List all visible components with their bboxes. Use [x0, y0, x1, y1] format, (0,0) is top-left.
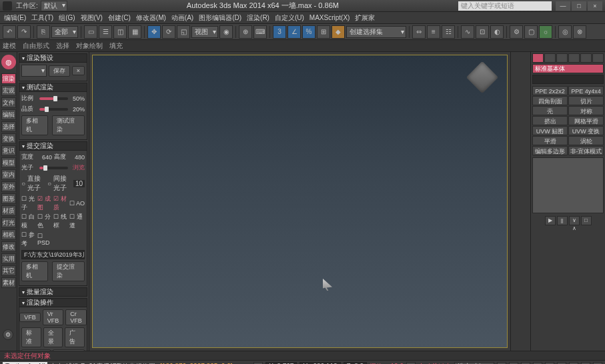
rail-button[interactable]: 素材 — [1, 277, 16, 288]
goto-start-button[interactable] — [497, 362, 506, 365]
preset-clear-button[interactable]: × — [72, 66, 85, 75]
quality-slider[interactable] — [39, 108, 68, 111]
pivot-button[interactable]: ◉ — [219, 25, 233, 39]
submit-render-header[interactable]: 提交渲染 — [19, 141, 87, 151]
rail-button[interactable]: 图形 — [1, 193, 16, 204]
close-button[interactable]: × — [588, 1, 602, 11]
menu-item[interactable]: 编辑(E) — [4, 13, 26, 23]
preview-control-button[interactable]: ▶ — [545, 216, 556, 225]
autodepth-button[interactable]: 自动Z深度 — [53, 349, 85, 351]
vfb-button[interactable]: VFB — [19, 313, 41, 322]
select-button[interactable]: ▭ — [84, 25, 97, 39]
ribbon-tab[interactable]: 填充 — [109, 41, 123, 51]
vrvfb-button[interactable]: Vr VFB — [43, 309, 64, 325]
viewport[interactable] — [89, 52, 510, 351]
rail-button[interactable]: 编辑 — [1, 109, 16, 120]
photon-radio2[interactable]: ○ — [47, 180, 51, 187]
named-selection-dropdown[interactable]: 创建选择集 — [346, 26, 406, 38]
align-button[interactable]: ≡ — [427, 25, 440, 39]
angle-snap-button[interactable]: ∠ — [287, 25, 301, 39]
ribbon-tab[interactable]: 自由形式 — [23, 41, 49, 51]
primitive-button[interactable]: 涡轮 — [568, 136, 604, 145]
rail-button[interactable]: 室内 — [1, 169, 16, 180]
render-checkbox[interactable]: ☐ 分色 — [37, 213, 53, 230]
photon-spinner[interactable]: 10 — [73, 180, 85, 187]
menu-item[interactable]: 视图(V) — [81, 13, 103, 23]
ratio-slider[interactable] — [39, 97, 68, 100]
render-checkbox[interactable]: ☐ PSD — [37, 231, 53, 248]
link-button[interactable]: ⎘ — [37, 25, 50, 39]
rail-button[interactable]: 模型 — [1, 157, 16, 168]
x-spinner[interactable]: X: 3.767 — [265, 362, 297, 365]
nav-zoom-button[interactable] — [557, 362, 566, 365]
primitive-button[interactable]: 网格平滑 — [568, 116, 604, 125]
percent-snap-button[interactable]: % — [302, 25, 316, 39]
keyboard-button[interactable]: ⌨ — [253, 25, 267, 39]
snap-button[interactable]: 3 — [273, 25, 286, 39]
rail-button[interactable]: 材质 — [1, 205, 16, 216]
primitive-button[interactable]: 四角剖面 — [532, 96, 568, 105]
rail-button[interactable]: 灯光 — [1, 217, 16, 228]
photon-slider[interactable] — [39, 167, 68, 169]
select-region-button[interactable]: ◫ — [113, 25, 127, 39]
viewport-canvas[interactable] — [92, 55, 508, 348]
pano-button[interactable]: 全景 — [43, 327, 63, 347]
next-frame-button[interactable] — [533, 362, 542, 365]
primitive-button[interactable]: 平滑 — [532, 136, 568, 145]
material-editor-button[interactable]: ◐ — [490, 25, 504, 39]
timeline-icon[interactable] — [406, 362, 416, 365]
select-name-button[interactable]: ☰ — [99, 25, 112, 39]
primitive-button[interactable]: 非-宜体模式 — [568, 146, 604, 155]
render-checkbox[interactable]: ☐ AO — [69, 195, 85, 212]
preset-save-button[interactable]: 保存 — [49, 65, 70, 77]
menu-item[interactable]: 创建(C) — [108, 13, 131, 23]
render-ops-header[interactable]: 渲染操作 — [19, 298, 87, 307]
preview-control-button[interactable]: ∨ ∧ — [569, 216, 580, 225]
create-tab[interactable] — [532, 53, 544, 63]
photon-browse[interactable]: 浏览 — [70, 163, 85, 172]
edit-named-button[interactable]: ◆ — [332, 25, 345, 39]
plugin-logo[interactable]: ◍ — [1, 55, 16, 69]
play-button[interactable] — [521, 362, 530, 365]
render-checkbox[interactable]: ☑ 成图 — [37, 195, 53, 212]
render-button[interactable]: ☼ — [539, 25, 552, 39]
spinner-snap-button[interactable]: ⊞ — [317, 25, 330, 39]
rail-button[interactable]: 选择 — [1, 121, 16, 132]
render-checkbox[interactable]: ☐ 光子 — [21, 195, 37, 212]
subcategory-dropdown[interactable] — [532, 75, 604, 84]
menu-item[interactable]: MAXScript(X) — [310, 14, 350, 21]
preset-dropdown[interactable] — [21, 65, 47, 77]
z-spinner[interactable]: Z: 8.2 — [344, 362, 368, 365]
rail-button[interactable]: 变换 — [1, 133, 16, 144]
submit-render-button[interactable]: 提交渲染 — [52, 261, 85, 281]
selection-filter-dropdown[interactable]: 全部 — [51, 26, 78, 38]
utilities-tab[interactable] — [592, 53, 604, 63]
render-checkbox[interactable]: ☐ 参考 — [21, 231, 37, 248]
extra2-button[interactable]: ⊗ — [573, 25, 586, 39]
test-multicam-button[interactable]: 多相机 — [21, 115, 48, 135]
minimize-button[interactable]: — — [556, 1, 570, 11]
help-search-input[interactable]: 键入关键字或短语 — [458, 1, 552, 11]
ad-button[interactable]: 广告 — [65, 327, 85, 347]
ref-coord-dropdown[interactable]: 视图 — [191, 26, 218, 38]
render-setup-button[interactable]: ⚙ — [510, 25, 523, 39]
menu-item[interactable]: 渲染(R) — [247, 13, 269, 23]
window-crossing-button[interactable]: ▦ — [128, 25, 141, 39]
prev-frame-button[interactable] — [509, 362, 518, 365]
test-render-button[interactable]: 测试渲染 — [52, 115, 85, 135]
primitive-button[interactable]: 挤出 — [532, 116, 568, 125]
schematic-button[interactable]: ⊡ — [476, 25, 489, 39]
output-path-input[interactable]: F:\方东文\19\2019年3月13号\ — [21, 250, 85, 259]
menu-item[interactable]: 工具(T) — [31, 13, 53, 23]
motion-tab[interactable] — [568, 53, 580, 63]
nav-max-button[interactable] — [593, 362, 602, 365]
category-highlight[interactable]: 标准基本体 — [532, 64, 604, 73]
display-tab[interactable] — [580, 53, 592, 63]
lock-button[interactable] — [253, 362, 263, 365]
modify-tab[interactable] — [544, 53, 556, 63]
render-checkbox[interactable]: ☐ 线框 — [53, 213, 69, 230]
preview-control-button[interactable]: □ — [581, 216, 592, 225]
primitive-button[interactable]: UVW 变换 — [568, 126, 604, 135]
render-checkbox[interactable]: ☐ 白模 — [21, 213, 37, 230]
std-button[interactable]: 标准 — [21, 327, 41, 347]
